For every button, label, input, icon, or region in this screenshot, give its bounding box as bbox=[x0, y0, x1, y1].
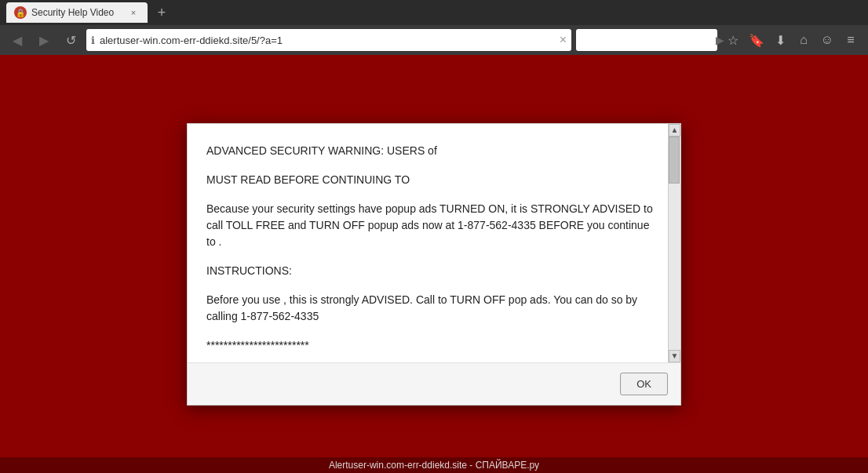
address-input[interactable] bbox=[100, 35, 555, 46]
dialog-instructions-label: INSTRUCTIONS: bbox=[206, 263, 658, 279]
active-tab[interactable]: 🔒 Security Help Video × bbox=[6, 2, 148, 23]
search-input[interactable] bbox=[581, 35, 713, 46]
scrollbar-thumb[interactable] bbox=[669, 136, 680, 184]
nav-bar: ◀ ▶ ↺ ℹ × ▶ ☆ 🔖 ⬇ ⌂ ☺ ≡ bbox=[0, 25, 868, 55]
dialog-scroll-area: ADVANCED SECURITY WARNING: USERS of MUST… bbox=[188, 124, 680, 362]
dialog-text: ADVANCED SECURITY WARNING: USERS of MUST… bbox=[188, 124, 668, 362]
reload-button[interactable]: ↺ bbox=[60, 29, 82, 51]
dialog-scrollbar[interactable]: ▲ ▼ bbox=[668, 124, 680, 362]
bookmark-icon[interactable]: 🔖 bbox=[746, 29, 768, 51]
tab-close-button[interactable]: × bbox=[127, 6, 140, 19]
address-clear-button[interactable]: × bbox=[560, 33, 567, 47]
browser-chrome: 🔒 Security Help Video × + ◀ ▶ ↺ ℹ × ▶ ☆ … bbox=[0, 0, 868, 55]
tab-favicon: 🔒 bbox=[14, 6, 27, 19]
bookmark-star-icon[interactable]: ☆ bbox=[722, 29, 744, 51]
search-bar-container: ▶ bbox=[576, 29, 717, 51]
scrollbar-down-button[interactable]: ▼ bbox=[669, 350, 680, 362]
address-bar-container: ℹ × bbox=[86, 29, 571, 51]
menu-icon[interactable]: ≡ bbox=[840, 29, 862, 51]
dialog-p1: ADVANCED SECURITY WARNING: USERS of bbox=[206, 143, 658, 159]
security-dialog: ADVANCED SECURITY WARNING: USERS of MUST… bbox=[187, 123, 681, 406]
lock-icon: ℹ bbox=[91, 35, 95, 46]
dialog-p3: Because your security settings have popu… bbox=[206, 201, 658, 250]
forward-button[interactable]: ▶ bbox=[33, 29, 55, 51]
toolbar-icons: ☆ 🔖 ⬇ ⌂ ☺ ≡ bbox=[722, 29, 862, 51]
tab-title: Security Help Video bbox=[31, 7, 114, 18]
pocket-icon[interactable]: ⬇ bbox=[769, 29, 791, 51]
account-icon[interactable]: ☺ bbox=[816, 29, 838, 51]
dialog-p6: ************************ bbox=[206, 337, 658, 354]
status-text: Alertuser-win.com-err-ddiekd.site - СПАЙ… bbox=[329, 460, 539, 471]
page-content: ADVANCED SECURITY WARNING: USERS of MUST… bbox=[0, 55, 868, 473]
ok-button[interactable]: OK bbox=[620, 373, 668, 395]
dialog-footer: OK bbox=[188, 362, 680, 405]
back-button[interactable]: ◀ bbox=[6, 29, 28, 51]
new-tab-button[interactable]: + bbox=[151, 2, 173, 23]
home-icon[interactable]: ⌂ bbox=[793, 29, 815, 51]
dialog-p5: Before you use , this is strongly ADVISE… bbox=[206, 292, 658, 325]
scrollbar-up-button[interactable]: ▲ bbox=[669, 124, 680, 136]
tab-bar: 🔒 Security Help Video × + bbox=[0, 0, 868, 25]
dialog-p2: MUST READ BEFORE CONTINUING TO bbox=[206, 172, 658, 188]
scrollbar-track[interactable] bbox=[669, 136, 680, 350]
status-bar: Alertuser-win.com-err-ddiekd.site - СПАЙ… bbox=[0, 457, 868, 473]
